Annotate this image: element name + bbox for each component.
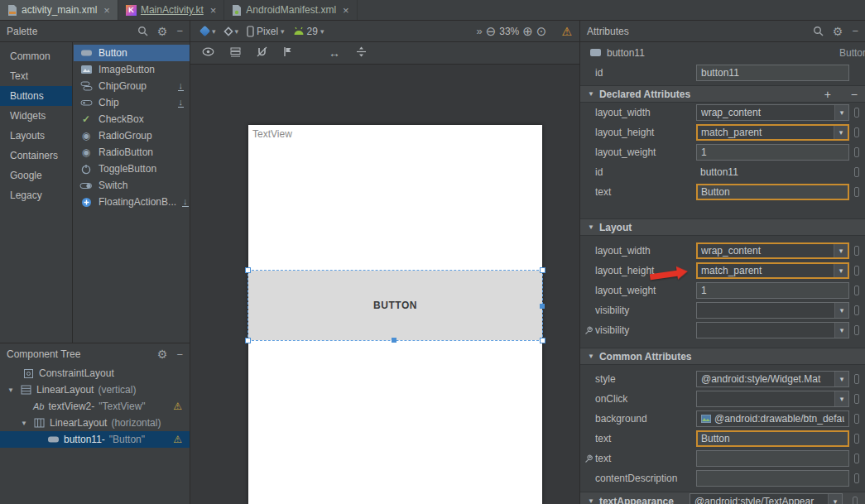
device-canvas[interactable]: TextView BUTTON: [248, 125, 542, 504]
chevron-down-icon[interactable]: ▾: [828, 494, 842, 504]
id-value[interactable]: button11: [696, 164, 849, 180]
search-icon[interactable]: [137, 26, 148, 36]
visibility-dropdown[interactable]: ▾: [696, 302, 849, 319]
close-icon[interactable]: ×: [103, 5, 110, 16]
pick-resource-icon[interactable]: [854, 286, 859, 295]
layout-width-dropdown[interactable]: wrap_content▾: [696, 242, 849, 259]
pick-resource-icon[interactable]: [854, 473, 859, 483]
gear-icon[interactable]: ⚙: [833, 26, 843, 37]
remove-attribute-icon[interactable]: −: [851, 89, 858, 100]
tree-item-linearlayout-vertical[interactable]: ▼ LinearLayout (vertical): [0, 382, 190, 398]
pick-resource-icon[interactable]: [854, 454, 859, 463]
warning-icon[interactable]: ⚠: [173, 434, 182, 445]
pick-resource-icon[interactable]: [854, 266, 859, 276]
palette-item-switch[interactable]: Switch: [74, 177, 190, 194]
api-level-selector[interactable]: 29 ▾: [291, 26, 327, 37]
pick-resource-icon[interactable]: [854, 434, 859, 444]
text-input[interactable]: Button: [696, 430, 849, 447]
toolbar-overflow-icon[interactable]: »: [476, 25, 482, 37]
tree-item-constraintlayout[interactable]: ConstraintLayout: [0, 365, 190, 382]
section-common-attributes[interactable]: ▼ Common Attributes: [580, 348, 865, 365]
search-icon[interactable]: [813, 26, 824, 36]
id-input[interactable]: button11: [696, 65, 849, 81]
expand-horizontal-icon[interactable]: ↔: [329, 46, 340, 60]
section-layout[interactable]: ▼ Layout: [580, 218, 865, 236]
chevron-down-icon[interactable]: ▾: [834, 244, 848, 257]
tab-androidmanifest-xml[interactable]: AndroidManifest.xml ×: [224, 0, 357, 20]
close-icon[interactable]: ×: [343, 5, 349, 16]
blueprint-selector[interactable]: ▾: [222, 27, 242, 36]
layout-height-dropdown[interactable]: match_parent▾: [696, 124, 849, 141]
pick-resource-icon[interactable]: [854, 374, 859, 384]
gear-icon[interactable]: ⚙: [157, 348, 168, 360]
minimize-icon[interactable]: −: [176, 26, 183, 36]
palette-item-togglebutton[interactable]: ToggleButton: [74, 161, 190, 177]
minimize-icon[interactable]: −: [852, 26, 858, 36]
guidelines-icon[interactable]: [283, 46, 292, 60]
design-surface[interactable]: TextView BUTTON: [190, 65, 579, 504]
pick-resource-icon[interactable]: [854, 414, 859, 424]
palette-item-chip[interactable]: Chip ↓: [74, 94, 190, 111]
palette-item-checkbox[interactable]: ✓ CheckBox: [74, 111, 190, 127]
category-widgets[interactable]: Widgets: [0, 106, 72, 126]
palette-item-imagebutton[interactable]: ImageButton: [74, 61, 190, 78]
pick-resource-icon[interactable]: [854, 325, 859, 335]
pick-resource-icon[interactable]: [854, 147, 859, 157]
tab-mainactivity-kt[interactable]: K MainActivity.kt ×: [118, 0, 224, 20]
pick-resource-icon[interactable]: [854, 108, 859, 118]
tree-item-button11[interactable]: button11- "Button" ⚠: [0, 431, 190, 448]
tools-text-input[interactable]: [696, 450, 849, 467]
layers-icon[interactable]: [230, 47, 241, 60]
canvas-textview[interactable]: TextView: [252, 128, 292, 140]
layout-width-dropdown[interactable]: wrap_content▾: [696, 104, 849, 121]
contentdescription-input[interactable]: [696, 470, 849, 487]
tree-item-textview2[interactable]: Ab textView2- "TextView" ⚠: [0, 398, 190, 415]
palette-item-floatingactionbutton[interactable]: FloatingActionB... ↓: [74, 194, 190, 210]
close-icon[interactable]: ×: [210, 5, 217, 16]
tab-activity-main-xml[interactable]: activity_main.xml ×: [0, 0, 118, 20]
palette-item-radiobutton[interactable]: ◉ RadioButton: [74, 144, 190, 161]
chevron-down-icon[interactable]: ▾: [834, 391, 848, 406]
autoconnect-off-icon[interactable]: [257, 46, 267, 60]
chevron-down-icon[interactable]: ▾: [834, 105, 848, 120]
distribute-vertical-icon[interactable]: [356, 46, 367, 60]
add-attribute-icon[interactable]: +: [824, 89, 831, 100]
pick-resource-icon[interactable]: [854, 127, 859, 137]
category-containers[interactable]: Containers: [0, 146, 72, 166]
warning-icon[interactable]: ⚠: [173, 401, 182, 412]
tree-expander-icon[interactable]: ▼: [20, 420, 28, 427]
category-text[interactable]: Text: [0, 66, 72, 86]
text-input[interactable]: Button: [696, 184, 849, 200]
category-common[interactable]: Common: [0, 46, 72, 66]
zoom-out-icon[interactable]: ⊖: [486, 24, 497, 39]
tree-expander-icon[interactable]: ▼: [7, 386, 15, 394]
pick-resource-icon[interactable]: [854, 167, 859, 177]
category-buttons[interactable]: Buttons: [0, 86, 72, 106]
category-layouts[interactable]: Layouts: [0, 126, 72, 146]
pick-resource-icon[interactable]: [854, 246, 859, 256]
layout-weight-input[interactable]: 1: [696, 282, 849, 299]
zoom-in-icon[interactable]: ⊕: [522, 24, 533, 39]
minimize-icon[interactable]: −: [176, 349, 183, 360]
textappearance-dropdown[interactable]: @android:style/TextAppear▾: [690, 493, 843, 504]
gear-icon[interactable]: ⚙: [157, 26, 168, 37]
chevron-down-icon[interactable]: ▾: [834, 372, 848, 386]
pick-resource-icon[interactable]: [854, 394, 859, 404]
layout-weight-input[interactable]: 1: [696, 144, 849, 161]
chevron-down-icon[interactable]: ▾: [834, 323, 848, 338]
tree-item-linearlayout-horizontal[interactable]: ▼ LinearLayout (horizontal): [0, 415, 190, 431]
design-surface-selector[interactable]: ▾: [198, 26, 219, 36]
view-options-icon[interactable]: [202, 47, 214, 59]
palette-item-button[interactable]: Button: [74, 45, 190, 61]
device-selector[interactable]: Pixel ▾: [244, 26, 287, 37]
section-declared-attributes[interactable]: ▼ Declared Attributes + −: [580, 85, 865, 103]
style-dropdown[interactable]: @android:style/Widget.Mat▾: [696, 371, 849, 387]
onclick-dropdown[interactable]: ▾: [696, 391, 849, 407]
category-google[interactable]: Google: [0, 166, 72, 185]
warning-icon[interactable]: ⚠: [561, 25, 572, 38]
chevron-down-icon[interactable]: ▾: [834, 126, 848, 139]
pick-resource-icon[interactable]: [853, 497, 858, 504]
category-legacy[interactable]: Legacy: [0, 185, 72, 205]
chevron-down-icon[interactable]: ▾: [834, 303, 848, 318]
canvas-button[interactable]: BUTTON: [248, 271, 542, 340]
